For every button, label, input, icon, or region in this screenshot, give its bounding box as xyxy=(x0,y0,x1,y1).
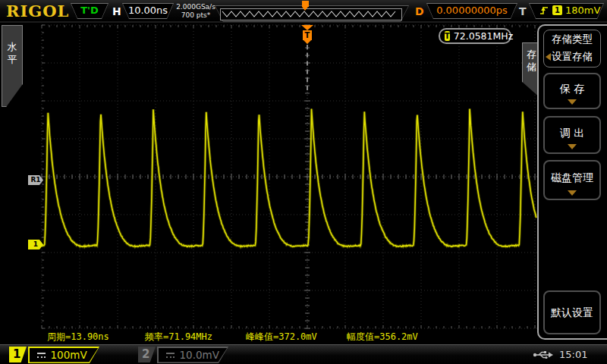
waveform-plot xyxy=(0,0,607,364)
measurement-period: 周期=13.90ns xyxy=(47,331,109,344)
rising-edge-trigger-icon xyxy=(539,5,549,16)
trigger-settings-field[interactable]: 1 180mV xyxy=(529,3,604,19)
trigger-delay-field[interactable]: 0.00000000ps xyxy=(426,3,517,19)
storage-menu-panel: 存储类型 设置存储 保 存 调 出 磁盘管理 默认设置 xyxy=(537,24,607,340)
clock: 15:01 xyxy=(559,349,587,360)
timebase-field[interactable]: 10.00ns xyxy=(122,3,174,19)
trigger-position-marker[interactable]: T xyxy=(301,25,313,44)
submenu-arrow-icon xyxy=(546,53,551,61)
measurement-readouts: 周期=13.90ns 频率=71.94MHz 峰峰值=372.0mV 幅度值=3… xyxy=(0,331,537,343)
trigger-source-badge: 1 xyxy=(552,5,562,15)
channel1-badge[interactable]: 1 xyxy=(9,347,27,362)
trigger-status-badge: T'D xyxy=(71,3,109,19)
menu-item-title: 存储类型 xyxy=(544,30,600,48)
measurement-amplitude: 幅度值=356.2mV xyxy=(347,331,418,344)
measurement-vpp: 峰峰值=372.0mV xyxy=(246,331,317,344)
menu-item-recall[interactable]: 调 出 xyxy=(543,116,601,154)
channel1-scale-box[interactable]: 100mV xyxy=(28,347,99,363)
oscilloscope-screen: RIGOL T'D H 10.00ns 2.000GSa/s 700 pts* … xyxy=(0,0,607,364)
menu-item-default-setup[interactable]: 默认设置 xyxy=(543,290,601,334)
menu-item-storage-type[interactable]: 存储类型 设置存储 xyxy=(543,30,601,67)
menu-item-save[interactable]: 保 存 xyxy=(543,73,601,109)
menu-item-disk-manage[interactable]: 磁盘管理 xyxy=(543,160,601,200)
measurement-frequency: 频率=71.94MHz xyxy=(145,331,212,344)
dc-coupling-icon xyxy=(166,353,175,358)
channel2-badge[interactable]: 2 xyxy=(138,347,156,362)
trigger-level-value: 180mV xyxy=(565,3,600,17)
channel2-scale-box[interactable]: 10.0mV xyxy=(157,347,228,363)
counter-trigger-icon: T xyxy=(445,31,450,41)
more-options-icon xyxy=(568,144,577,149)
trigger-flag-icon xyxy=(301,25,313,30)
more-options-icon xyxy=(568,99,577,105)
usb-icon xyxy=(533,350,554,360)
memory-trigger-position-icon xyxy=(302,1,309,11)
more-options-icon xyxy=(568,190,577,196)
dc-coupling-icon xyxy=(37,353,46,358)
frequency-counter: T 72.0581MHz xyxy=(439,28,511,44)
menu-item-value: 设置存储 xyxy=(552,50,593,62)
channel-status-bar: 1 100mV 2 10.0mV xyxy=(0,344,607,364)
